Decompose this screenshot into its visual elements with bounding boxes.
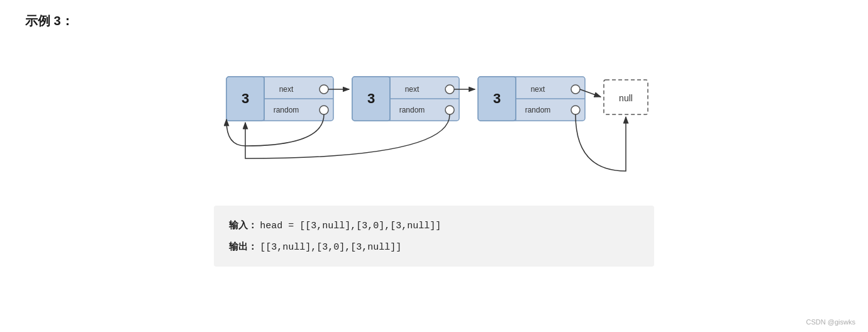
svg-point-8	[320, 106, 328, 114]
svg-text:random: random	[399, 106, 425, 114]
svg-text:3: 3	[242, 91, 249, 106]
svg-point-7	[320, 85, 328, 94]
input-value: head = [[3,null],[3,0],[3,null]]	[260, 221, 441, 231]
svg-text:next: next	[279, 85, 294, 94]
page-container: 示例 3： 3 next random 3	[0, 0, 868, 332]
output-line: 输出： [[3,null],[3,0],[3,null]]	[229, 238, 639, 256]
svg-text:null: null	[619, 93, 633, 103]
svg-text:next: next	[405, 85, 420, 94]
output-label: 输出：	[229, 241, 257, 252]
svg-text:3: 3	[493, 91, 501, 106]
svg-point-25	[571, 85, 580, 94]
code-block: 输入： head = [[3,null],[3,0],[3,null]] 输出：…	[214, 206, 654, 267]
svg-point-26	[571, 106, 580, 114]
svg-text:random: random	[525, 106, 551, 114]
output-value: [[3,null],[3,0],[3,null]]	[260, 242, 401, 253]
section-title: 示例 3：	[25, 13, 843, 30]
diagram-area: 3 next random 3 next random 3	[25, 48, 843, 187]
linked-list-diagram: 3 next random 3 next random 3	[189, 52, 679, 184]
input-line: 输入： head = [[3,null],[3,0],[3,null]]	[229, 217, 639, 235]
svg-text:next: next	[531, 85, 545, 94]
svg-point-16	[445, 85, 454, 94]
svg-text:3: 3	[367, 91, 375, 106]
watermark: CSDN @giswks	[806, 318, 855, 326]
svg-point-17	[445, 106, 454, 114]
input-label: 输入：	[229, 219, 257, 230]
svg-text:random: random	[274, 106, 299, 114]
